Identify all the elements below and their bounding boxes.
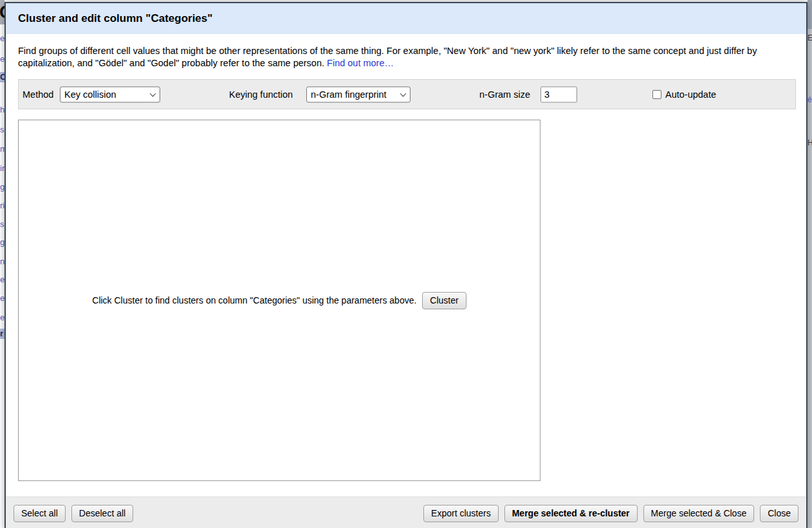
bg-text-fragment: es [0, 275, 5, 285]
bg-text-fragment: ria [0, 201, 5, 211]
ngram-size-input[interactable] [540, 86, 577, 102]
bg-text-fragment: ni [0, 257, 5, 267]
bg-text-fragment: ir [0, 163, 5, 174]
method-select-value: Key collision [64, 89, 116, 100]
bg-text-fragment: r [0, 329, 5, 339]
background-header-strip: C [0, 0, 5, 24]
bg-text-fragment: m [0, 144, 5, 154]
background-page-scrollbar[interactable]: EéH [807, 0, 812, 528]
method-label: Method [23, 89, 53, 100]
merge-recluster-button[interactable]: Merge selected & re-cluster [504, 505, 638, 522]
keying-function-select[interactable]: n-Gram fingerprint [306, 86, 411, 102]
clustering-controls-bar: Method Key collision Keying function n-G… [18, 79, 796, 109]
ngram-size-label: n-Gram size [479, 89, 530, 100]
footer-right-buttons: Export clusters Merge selected & re-clus… [423, 505, 798, 522]
find-out-more-link[interactable]: Find out more… [327, 58, 394, 68]
bg-text-fragment: er [0, 313, 5, 323]
clusters-panel-message: Click Cluster to find clusters on column… [92, 295, 416, 305]
auto-update-checkbox[interactable] [652, 90, 661, 99]
dialog-footer: Select all Deselect all Export clusters … [6, 496, 806, 528]
dialog-titlebar: Cluster and edit column "Categories" [6, 3, 806, 34]
background-scrollbar-top [807, 0, 812, 29]
cluster-button[interactable]: Cluster [422, 292, 466, 309]
background-heading-letter: C [0, 3, 5, 23]
dialog-description: Find groups of different cell values tha… [18, 45, 789, 69]
deselect-all-button[interactable]: Deselect all [71, 505, 133, 522]
keying-function-label: Keying function [229, 89, 293, 100]
keying-function-select-value: n-Gram fingerprint [311, 89, 387, 100]
close-button[interactable]: Close [760, 505, 798, 522]
bg-text-fragment: es [0, 293, 5, 304]
bg-text-fragment: h [0, 105, 5, 115]
auto-update-label: Auto-update [665, 89, 716, 100]
clusters-panel: Click Cluster to find clusters on column… [18, 120, 540, 481]
bg-text-fragment: e [0, 33, 5, 44]
bg-text-fragment: g [0, 182, 5, 192]
select-all-button[interactable]: Select all [14, 505, 66, 522]
bg-text-fragment: s | [0, 219, 5, 230]
footer-left-buttons: Select all Deselect all [14, 505, 133, 522]
dialog-title: Cluster and edit column "Categories" [18, 12, 212, 25]
merge-close-button[interactable]: Merge selected & Close [643, 505, 755, 522]
export-clusters-button[interactable]: Export clusters [423, 505, 499, 522]
bg-text-fragment: g [0, 237, 5, 248]
method-select[interactable]: Key collision [60, 86, 160, 102]
chevron-down-icon [150, 90, 156, 96]
bg-text-fragment: C [0, 72, 5, 82]
bg-text-fragment: s [0, 125, 5, 135]
bg-text-fragment: es [0, 54, 5, 64]
bg-text-fragment: é [807, 95, 812, 104]
bg-text-fragment: E [807, 33, 812, 42]
bg-text-fragment: H [807, 138, 812, 147]
background-page-left-edge: C eesChsmirgrias |gnieseserr [0, 0, 5, 528]
chevron-down-icon [400, 90, 407, 96]
cluster-edit-dialog: Cluster and edit column "Categories" Fin… [5, 2, 807, 528]
